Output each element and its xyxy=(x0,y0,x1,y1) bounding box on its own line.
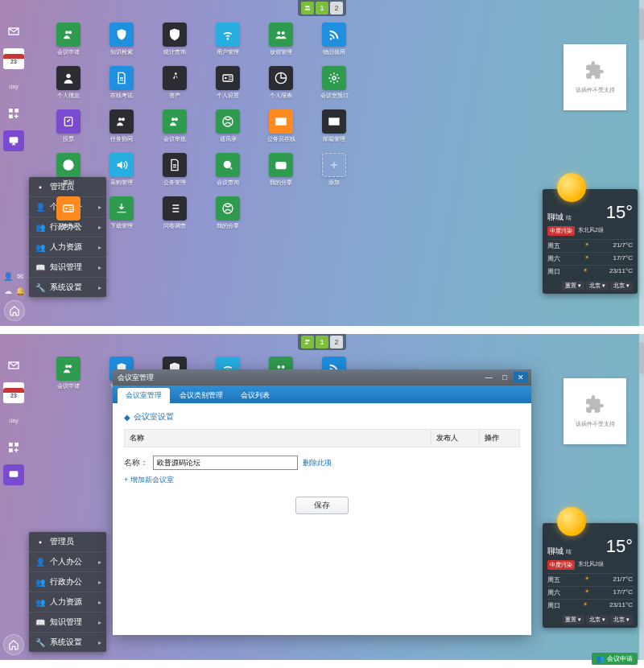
app-添加[interactable]: 添加 xyxy=(311,153,357,193)
app-个人设置[interactable]: 个人设置 xyxy=(204,66,251,106)
page-2[interactable]: 2 xyxy=(330,2,343,14)
tab-room-manage[interactable]: 会议室管理 xyxy=(118,388,170,403)
bell-mini-icon[interactable]: 🔔 xyxy=(15,286,25,295)
app-公务员在线[interactable]: 公务员在线 xyxy=(258,109,304,150)
weather-select[interactable]: 北京▾ xyxy=(586,281,609,291)
app-通讯录[interactable]: 通讯录 xyxy=(204,109,251,150)
col-name: 名称 xyxy=(125,430,431,447)
mail-icon[interactable] xyxy=(3,21,24,42)
cloud-mini-icon[interactable]: ☁ xyxy=(3,286,13,295)
menu-item-knowledge[interactable]: 📖知识管理▸ xyxy=(29,258,106,278)
app-会议申请[interactable]: 会议申请 xyxy=(45,23,92,63)
puzzle-icon xyxy=(584,60,605,83)
maximize-button[interactable]: □ xyxy=(497,372,512,383)
home-button[interactable] xyxy=(3,634,24,655)
app-用户管理[interactable]: 用户管理 xyxy=(204,23,251,63)
svg-point-38 xyxy=(68,365,72,368)
scrollbar[interactable] xyxy=(639,0,644,326)
app-会议审批[interactable]: 会议审批 xyxy=(151,109,198,150)
menu-item-knowledge[interactable]: 📖知识管理▸ xyxy=(29,612,106,633)
app-在线考试[interactable]: 在线考试 xyxy=(98,66,145,106)
app-采购管理[interactable]: 采购管理 xyxy=(98,153,145,193)
tab-meeting-list[interactable]: 会议列表 xyxy=(233,388,278,403)
menu-item-personal-office[interactable]: 👤个人办公▸ xyxy=(29,552,106,572)
app-个人报表[interactable]: 个人报表 xyxy=(258,66,304,106)
app-签到[interactable]: 签到 xyxy=(45,153,92,193)
menu-item-hr[interactable]: 👥人力资源▸ xyxy=(29,237,106,258)
add-room-link[interactable]: + 增加新会议室 xyxy=(124,475,520,485)
app-会议申请[interactable]: 会议申请 xyxy=(45,357,92,397)
app-放假管理[interactable]: 放假管理 xyxy=(258,23,304,63)
svg-rect-36 xyxy=(10,471,19,476)
menu-item-admin-office[interactable]: 👥行政办公▸ xyxy=(29,572,106,592)
scrollbar[interactable] xyxy=(639,334,644,660)
weather-select[interactable]: 北京▾ xyxy=(610,281,633,291)
app-会议查询[interactable]: 会议查询 xyxy=(204,153,251,193)
svg-rect-6 xyxy=(10,137,19,142)
app-label: 投票 xyxy=(63,135,74,143)
minimize-button[interactable]: ― xyxy=(481,372,496,383)
chat-icon[interactable] xyxy=(3,130,24,151)
close-button[interactable]: ✕ xyxy=(514,372,528,383)
user-mini-icon[interactable]: 👤 xyxy=(3,271,13,281)
people-icon[interactable] xyxy=(301,336,314,348)
app-我的分享[interactable]: 我的分享 xyxy=(204,196,251,237)
svg-point-18 xyxy=(122,118,125,121)
app-物品领用[interactable]: 物品领用 xyxy=(311,23,357,63)
page-1[interactable]: 1 xyxy=(316,2,328,14)
app-label: 会议申请 xyxy=(57,382,80,390)
app-人事合同[interactable]: 人事合同 xyxy=(45,196,92,237)
people-icon[interactable] xyxy=(301,2,314,14)
calendar-icon[interactable]: 23 xyxy=(3,48,24,69)
app-资产[interactable]: 资产 xyxy=(151,66,198,106)
taskbar-pill[interactable]: 👥 会议申请 xyxy=(592,653,638,665)
mail-icon[interactable] xyxy=(3,355,24,376)
dialog-titlebar[interactable]: 会议室管理 ― □ ✕ xyxy=(113,369,531,386)
group-icon: 👥 xyxy=(35,577,45,587)
app-下载管理[interactable]: 下载管理 xyxy=(98,196,145,237)
fc-day: 周日 xyxy=(547,267,560,276)
day-label[interactable]: day xyxy=(3,76,24,97)
home-button[interactable] xyxy=(4,300,25,321)
weather-select[interactable]: 重置▾ xyxy=(562,615,584,625)
app-个人信息[interactable]: 个人信息 xyxy=(45,66,92,106)
scrollbar-thumb[interactable] xyxy=(639,342,644,374)
app-邮箱管理[interactable]: 邮箱管理 xyxy=(311,109,357,150)
mail-mini-icon[interactable]: ✉ xyxy=(15,271,25,281)
app-知识检索[interactable]: 知识检索 xyxy=(98,23,145,63)
svg-rect-34 xyxy=(14,443,19,447)
tab-category-manage[interactable]: 会议类别管理 xyxy=(171,388,231,403)
add-tile-icon[interactable] xyxy=(3,437,24,458)
app-label: 个人设置 xyxy=(217,92,239,100)
page-2[interactable]: 2 xyxy=(330,336,343,348)
vote-icon xyxy=(56,109,80,134)
app-问卷调查[interactable]: 问卷调查 xyxy=(151,196,198,237)
room-name-input[interactable] xyxy=(153,456,298,470)
weather-select[interactable]: 北京▾ xyxy=(610,615,633,625)
app-投票[interactable]: 投票 xyxy=(45,109,92,150)
aqi-badge: 中度污染 xyxy=(547,560,575,570)
calendar-icon[interactable]: 23 xyxy=(3,382,24,403)
weather-select[interactable]: 北京▾ xyxy=(586,615,609,625)
app-label: 会议申请 xyxy=(57,48,80,56)
diamond-icon: ◆ xyxy=(124,413,130,422)
add-tile-icon[interactable] xyxy=(3,103,24,124)
scrollbar-thumb[interactable] xyxy=(639,8,644,40)
menu-item-settings[interactable]: 🔧系统设置▸ xyxy=(29,278,106,297)
app-会议室预订[interactable]: 会议室预订 xyxy=(311,66,357,106)
list-icon xyxy=(163,196,187,221)
menu-item-settings[interactable]: 🔧系统设置▸ xyxy=(29,633,106,652)
menu-item-hr[interactable]: 👥人力资源▸ xyxy=(29,592,106,612)
delete-link[interactable]: 删除此项 xyxy=(303,458,332,468)
day-label[interactable]: day xyxy=(3,410,24,431)
menu-item-admin[interactable]: ▪管理员 xyxy=(29,532,106,552)
chat-icon[interactable] xyxy=(3,464,24,485)
weather-select[interactable]: 重置▾ xyxy=(562,281,584,291)
app-统计查询[interactable]: 统计查询 xyxy=(151,23,198,63)
people-icon xyxy=(109,109,134,134)
app-任务协同[interactable]: 任务协同 xyxy=(98,109,145,150)
app-我的分享[interactable]: 我的分享 xyxy=(258,153,304,193)
page-1[interactable]: 1 xyxy=(316,336,328,348)
save-button[interactable]: 保存 xyxy=(295,497,349,514)
app-公务管理[interactable]: 公务管理 xyxy=(151,153,198,193)
